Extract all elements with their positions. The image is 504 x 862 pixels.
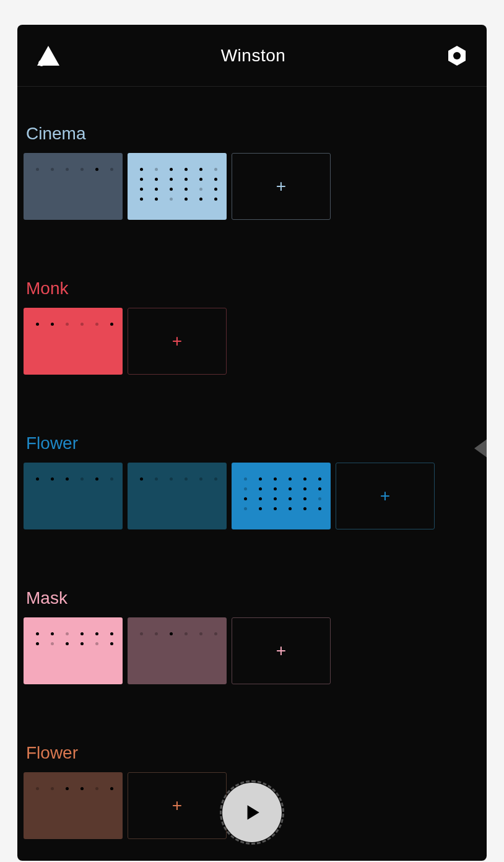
step-dot [244, 487, 247, 490]
step-dot [289, 497, 292, 500]
track-title: Monk [24, 279, 480, 298]
step-dot [51, 632, 54, 635]
clip[interactable] [128, 153, 227, 220]
clip[interactable] [232, 463, 331, 529]
step-dot [170, 168, 173, 171]
track-title: Mask [24, 588, 480, 608]
dots-grid [35, 165, 111, 173]
step-dot [274, 507, 277, 510]
step-dot [244, 477, 247, 481]
step-dot [199, 477, 202, 481]
step-dot [170, 198, 173, 201]
step-dot [66, 323, 69, 326]
svg-point-2 [453, 52, 461, 59]
step-dot [51, 787, 54, 790]
clip[interactable] [24, 463, 123, 529]
track-flower-blue: Flower+ [24, 433, 480, 529]
step-dot [199, 188, 202, 191]
dots-grid [35, 475, 111, 483]
step-dot [66, 477, 69, 481]
step-dot [185, 477, 188, 481]
step-dot [140, 178, 143, 181]
step-dot [155, 477, 158, 481]
step-dot [51, 323, 54, 326]
add-clip-button[interactable]: + [336, 463, 435, 529]
step-dot [214, 178, 217, 181]
track-title: Cinema [24, 124, 480, 144]
clips-row: + [24, 308, 480, 375]
step-dot [110, 323, 113, 326]
clip[interactable] [24, 772, 123, 839]
step-dot [140, 477, 143, 481]
step-dot [214, 632, 217, 635]
step-dot [66, 787, 69, 790]
clip[interactable] [128, 463, 227, 529]
step-dot [110, 168, 113, 171]
step-dot [36, 323, 39, 326]
step-dot [80, 642, 84, 645]
step-dot [244, 507, 247, 510]
play-button[interactable] [222, 783, 282, 842]
add-clip-button[interactable]: + [128, 308, 227, 375]
clips-row: + [24, 617, 480, 684]
step-dot [110, 787, 113, 790]
step-dot [185, 188, 188, 191]
step-dot [155, 168, 158, 171]
step-dot [318, 477, 321, 481]
dots-grid [35, 320, 111, 328]
step-dot [259, 497, 262, 500]
step-dot [318, 487, 321, 490]
clip[interactable] [24, 153, 123, 220]
step-dot [51, 477, 54, 481]
settings-icon[interactable] [446, 45, 468, 67]
clip[interactable] [24, 308, 123, 375]
step-dot [95, 477, 98, 481]
step-dot [274, 487, 277, 490]
add-clip-button[interactable]: + [232, 153, 331, 220]
step-dot [199, 198, 202, 201]
step-dot [155, 632, 158, 635]
clips-row: + [24, 153, 480, 220]
step-dot [289, 487, 292, 490]
clips-row: + [24, 463, 480, 529]
dots-grid [243, 475, 319, 513]
step-dot [185, 632, 188, 635]
clip[interactable] [24, 617, 123, 684]
step-dot [214, 477, 217, 481]
step-dot [95, 632, 98, 635]
step-dot [95, 642, 98, 645]
step-dot [80, 323, 84, 326]
step-dot [170, 178, 173, 181]
clip[interactable] [128, 617, 227, 684]
add-clip-button[interactable]: + [232, 617, 331, 684]
collapse-arrow-icon[interactable] [474, 438, 487, 458]
step-dot [80, 477, 84, 481]
step-dot [36, 632, 39, 635]
step-dot [259, 487, 262, 490]
step-dot [80, 168, 84, 171]
add-clip-button[interactable]: + [128, 772, 227, 839]
svg-point-0 [38, 60, 45, 66]
track-mask: Mask+ [24, 588, 480, 684]
step-dot [155, 178, 158, 181]
step-dot [185, 178, 188, 181]
step-dot [36, 642, 39, 645]
step-dot [199, 178, 202, 181]
step-dot [51, 168, 54, 171]
step-dot [36, 787, 39, 790]
step-dot [214, 188, 217, 191]
step-dot [199, 632, 202, 635]
dots-grid [35, 630, 111, 648]
step-dot [140, 168, 143, 171]
step-dot [214, 168, 217, 171]
tracks-content: Cinema+Monk+Flower+Mask+Flower+ [17, 87, 487, 851]
step-dot [155, 188, 158, 191]
app-logo-icon[interactable] [36, 45, 61, 67]
track-title: Flower [24, 743, 480, 763]
dots-grid [139, 630, 215, 638]
step-dot [110, 477, 113, 481]
step-dot [66, 642, 69, 645]
step-dot [244, 497, 247, 500]
step-dot [170, 188, 173, 191]
dots-grid [35, 785, 111, 793]
